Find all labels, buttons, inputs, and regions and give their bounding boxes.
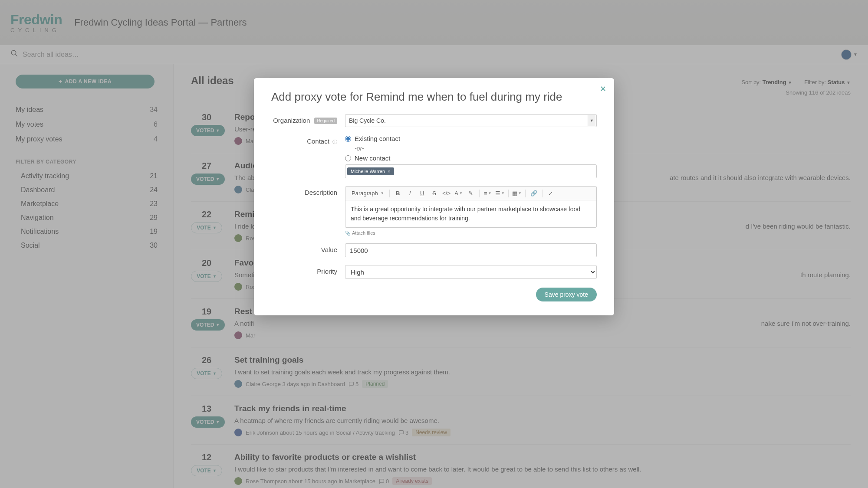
bold-icon[interactable]: B (392, 188, 404, 199)
paragraph-dropdown[interactable]: Paragraph▼ (349, 190, 387, 197)
row-value: Value (271, 243, 597, 257)
radio-existing-input[interactable] (345, 136, 351, 142)
toolbar-separator (525, 190, 526, 197)
toolbar-separator (479, 190, 480, 197)
chevron-down-icon: ▼ (381, 191, 384, 195)
highlight-icon[interactable]: ✎ (465, 188, 477, 199)
align-icon[interactable]: ≡▼ (482, 188, 493, 199)
italic-icon[interactable]: I (404, 188, 416, 199)
table-icon[interactable]: ▦▼ (511, 188, 523, 199)
close-icon[interactable]: ✕ (600, 84, 606, 94)
field-organization: Big Cycle Co. ▼ (345, 114, 597, 127)
list-icon[interactable]: ☰▼ (494, 188, 506, 199)
radio-new-input[interactable] (345, 155, 351, 161)
paperclip-icon: 📎 (345, 231, 350, 236)
link-icon[interactable]: 🔗 (528, 188, 539, 199)
label-description: Description (271, 186, 345, 196)
row-organization: Organization Required Big Cycle Co. ▼ (271, 114, 597, 127)
text-color-icon[interactable]: A▼ (453, 188, 464, 199)
modal-overlay[interactable]: ✕ Add proxy vote for Remind me when to f… (0, 0, 868, 488)
editor-toolbar: Paragraph▼ B I U S </> A▼ ✎ ≡▼ ☰▼ ▦▼ (345, 187, 596, 200)
field-value (345, 243, 597, 257)
toolbar-separator (542, 190, 542, 197)
rich-text-editor: Paragraph▼ B I U S </> A▼ ✎ ≡▼ ☰▼ ▦▼ (345, 186, 597, 228)
radio-new-contact[interactable]: New contact (345, 154, 597, 162)
toolbar-separator (508, 190, 509, 197)
required-badge: Required (314, 118, 337, 124)
row-contact: Contact ⓘ Existing contact -or- New cont… (271, 135, 597, 178)
field-contact: Existing contact -or- New contact Michel… (345, 135, 597, 178)
editor-body[interactable]: This is a great opportunity to integrate… (345, 200, 596, 227)
radio-existing-contact[interactable]: Existing contact (345, 135, 597, 142)
label-contact: Contact ⓘ (271, 135, 345, 145)
attach-files[interactable]: 📎 Attach files (345, 230, 597, 236)
label-organization: Organization Required (271, 114, 345, 124)
strikethrough-icon[interactable]: S (429, 188, 440, 199)
chevron-down-icon: ▼ (588, 115, 595, 126)
or-divider: -or- (355, 145, 597, 152)
field-priority: High (345, 265, 597, 279)
priority-select[interactable]: High (345, 265, 597, 279)
organization-value: Big Cycle Co. (349, 117, 386, 124)
info-icon[interactable]: ⓘ (332, 139, 337, 144)
toolbar-separator (389, 190, 390, 197)
field-description: Paragraph▼ B I U S </> A▼ ✎ ≡▼ ☰▼ ▦▼ (345, 186, 597, 236)
label-value: Value (271, 243, 345, 253)
value-input[interactable] (345, 243, 597, 257)
remove-tag-icon[interactable]: × (388, 169, 390, 174)
underline-icon[interactable]: U (417, 188, 428, 199)
contact-tag-input[interactable]: Michelle Warren × (345, 164, 597, 178)
proxy-vote-modal: ✕ Add proxy vote for Remind me when to f… (254, 78, 614, 315)
save-proxy-vote-button[interactable]: Save proxy vote (536, 288, 597, 301)
code-icon[interactable]: </> (441, 188, 452, 199)
label-priority: Priority (271, 265, 345, 275)
expand-icon[interactable]: ⤢ (545, 188, 556, 199)
modal-title: Add proxy vote for Remind me when to fue… (271, 90, 597, 104)
row-priority: Priority High (271, 265, 597, 279)
contact-tag-label: Michelle Warren (351, 169, 385, 174)
modal-footer: Save proxy vote (271, 288, 597, 301)
organization-select[interactable]: Big Cycle Co. ▼ (345, 114, 597, 127)
row-description: Description Paragraph▼ B I U S </> A▼ ✎ (271, 186, 597, 236)
contact-tag: Michelle Warren × (347, 167, 394, 175)
